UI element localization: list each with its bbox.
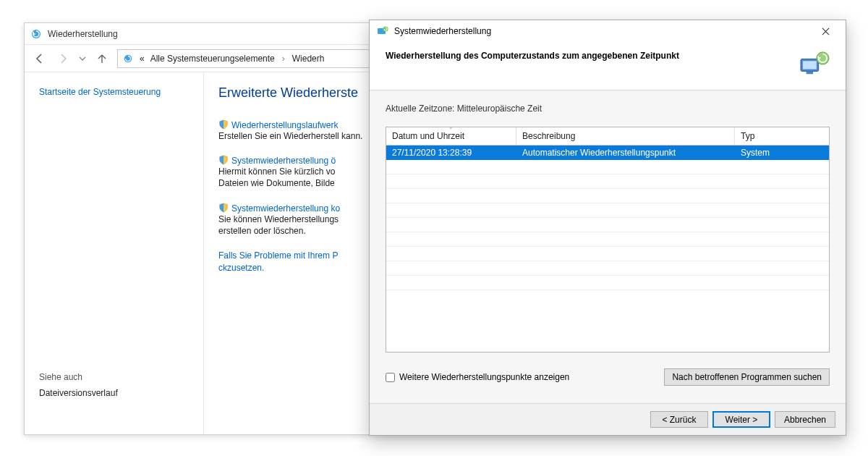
cell-desc: Automatischer Wiederherstellungspunkt bbox=[516, 148, 735, 158]
col-desc-label: Beschreibung bbox=[522, 131, 575, 141]
control-panel-home-link[interactable]: Startseite der Systemsteuerung bbox=[39, 87, 189, 97]
see-also-section: Siehe auch Dateiversionsverlauf bbox=[39, 372, 189, 398]
table-row-empty bbox=[386, 160, 829, 174]
recovery-icon bbox=[30, 28, 42, 40]
show-more-checkbox-input[interactable] bbox=[386, 373, 395, 382]
cell-type: System bbox=[735, 148, 829, 158]
chevron-right-icon: › bbox=[281, 54, 286, 64]
scan-programs-button[interactable]: Nach betroffenen Programmen suchen bbox=[664, 368, 830, 386]
table-row-empty bbox=[386, 218, 829, 232]
show-more-checkbox[interactable]: Weitere Wiederherstellungspunkte anzeige… bbox=[386, 372, 569, 382]
restore-points-grid[interactable]: ˅ Datum und Uhrzeit Beschreibung Typ 27/… bbox=[386, 127, 830, 352]
show-more-checkbox-label: Weitere Wiederherstellungspunkte anzeige… bbox=[399, 372, 569, 382]
col-type[interactable]: Typ bbox=[735, 127, 829, 145]
history-dropdown[interactable] bbox=[78, 54, 87, 63]
breadcrumb-a[interactable]: Alle Systemsteuerungselemente bbox=[150, 54, 275, 64]
wizard-header-title: Wiederherstellung des Computerzustands z… bbox=[386, 51, 791, 61]
task2-link[interactable]: Systemwiederherstellung ö bbox=[231, 156, 336, 166]
task-create-recovery-drive: Wiederherstellungslaufwerk Erstellen Sie… bbox=[218, 119, 363, 142]
svg-rect-6 bbox=[807, 72, 814, 75]
task-configure-system-restore: Systemwiederherstellung ko Sie können Wi… bbox=[218, 203, 363, 237]
table-row-empty bbox=[386, 276, 829, 290]
table-row-empty bbox=[386, 261, 829, 276]
task-open-system-restore: Systemwiederherstellung ö Hiermit können… bbox=[218, 155, 363, 189]
table-row-empty bbox=[386, 232, 829, 247]
col-desc[interactable]: Beschreibung bbox=[516, 127, 735, 145]
col-type-label: Typ bbox=[741, 131, 754, 141]
shield-icon bbox=[218, 155, 229, 165]
grid-header: ˅ Datum und Uhrzeit Beschreibung Typ bbox=[386, 127, 829, 145]
system-restore-wizard: Systemwiederherstellung Wiederherstellun… bbox=[369, 20, 846, 436]
task2-desc: Hiermit können Sie kürzlich vo Dateien w… bbox=[218, 166, 363, 189]
reset-pc-link[interactable]: Falls Sie Probleme mit Ihrem P ckzusetze… bbox=[218, 250, 363, 274]
task3-desc: Sie können Wiederherstellungs erstellen … bbox=[218, 214, 363, 237]
wizard-footer: < Zurück Weiter > Abbrechen bbox=[370, 403, 846, 435]
cp-sidebar: Startseite der Systemsteuerung Siehe auc… bbox=[25, 72, 204, 434]
table-row-empty bbox=[386, 247, 829, 261]
task1-link[interactable]: Wiederherstellungslaufwerk bbox=[231, 120, 338, 130]
task1-desc: Erstellen Sie ein Wiederherstell kann. bbox=[218, 130, 363, 142]
file-history-link[interactable]: Dateiversionsverlauf bbox=[39, 388, 189, 398]
see-also-heading: Siehe auch bbox=[39, 372, 189, 382]
svg-rect-5 bbox=[803, 61, 817, 69]
breadcrumb-lead: « bbox=[140, 54, 145, 64]
shield-icon bbox=[218, 203, 229, 213]
table-row[interactable]: 27/11/2020 13:28:39 Automatischer Wieder… bbox=[386, 145, 829, 160]
restore-art-icon bbox=[799, 51, 830, 78]
shield-icon bbox=[218, 119, 229, 130]
back-button[interactable] bbox=[32, 51, 48, 67]
table-row-empty bbox=[386, 203, 829, 218]
next-button[interactable]: Weiter > bbox=[712, 411, 770, 428]
back-button[interactable]: < Zurück bbox=[650, 411, 708, 428]
svg-point-3 bbox=[383, 26, 388, 31]
forward-button[interactable] bbox=[55, 51, 71, 67]
table-row-empty bbox=[386, 174, 829, 189]
cp-window-title: Wiederherstellung bbox=[48, 29, 118, 39]
grid-footer: Weitere Wiederherstellungspunkte anzeige… bbox=[386, 368, 830, 386]
wizard-titlebar: Systemwiederherstellung bbox=[370, 20, 846, 42]
up-button[interactable] bbox=[94, 51, 110, 67]
col-date-label: Datum und Uhrzeit bbox=[392, 131, 464, 141]
col-date[interactable]: ˅ Datum und Uhrzeit bbox=[386, 127, 516, 145]
table-row-empty bbox=[386, 189, 829, 203]
breadcrumb-b[interactable]: Wiederh bbox=[292, 54, 325, 64]
recovery-icon bbox=[122, 53, 134, 64]
wizard-header: Wiederherstellung des Computerzustands z… bbox=[370, 42, 846, 90]
sort-indicator-icon: ˅ bbox=[449, 127, 453, 134]
system-restore-icon bbox=[377, 25, 388, 37]
close-button[interactable] bbox=[809, 21, 841, 41]
cell-date: 27/11/2020 13:28:39 bbox=[386, 148, 516, 158]
cancel-button[interactable]: Abbrechen bbox=[775, 411, 835, 428]
wizard-body: Aktuelle Zeitzone: Mitteleuropäische Zei… bbox=[370, 90, 846, 403]
wizard-title: Systemwiederherstellung bbox=[394, 26, 804, 36]
timezone-label: Aktuelle Zeitzone: Mitteleuropäische Zei… bbox=[386, 104, 830, 114]
grid-rows: 27/11/2020 13:28:39 Automatischer Wieder… bbox=[386, 145, 829, 352]
task3-link[interactable]: Systemwiederherstellung ko bbox=[231, 203, 340, 214]
